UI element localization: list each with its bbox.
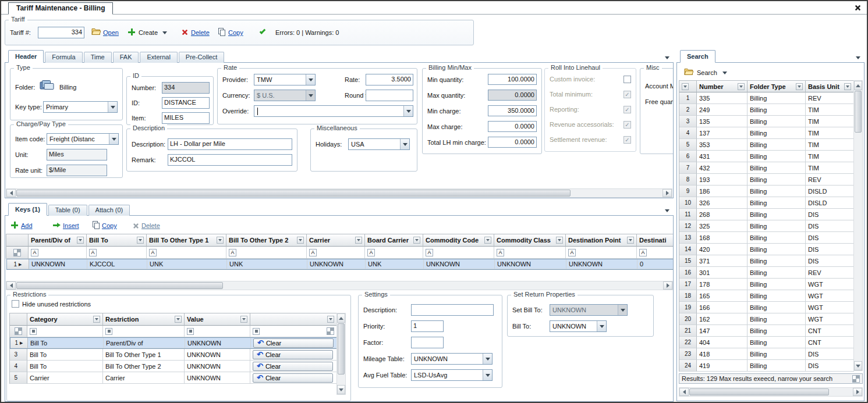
- corner-cell[interactable]: [679, 81, 697, 92]
- window-tab[interactable]: Tariff Maintenance - Billing: [8, 2, 113, 15]
- number-cell[interactable]: 162: [697, 313, 747, 325]
- basis-unit-cell[interactable]: DIS: [806, 244, 854, 255]
- row-header[interactable]: 13: [679, 232, 697, 244]
- number-cell[interactable]: 325: [697, 220, 747, 232]
- column-header[interactable]: Restriction: [103, 313, 185, 326]
- search-button[interactable]: Search: [697, 69, 717, 76]
- folder-type-cell[interactable]: Billing: [747, 151, 806, 162]
- filter-cell[interactable]: A: [87, 247, 147, 259]
- search-horizontal-scrollbar[interactable]: [679, 387, 863, 397]
- row-header[interactable]: 16: [679, 267, 697, 279]
- filter-cell[interactable]: A: [365, 247, 423, 259]
- detail-tab[interactable]: Table (0): [48, 205, 87, 216]
- basis-unit-cell[interactable]: WGT: [806, 302, 854, 313]
- priority-field[interactable]: 1: [411, 320, 444, 332]
- row-header[interactable]: 5: [679, 139, 697, 151]
- clear-button[interactable]: ↶Clear: [253, 373, 333, 383]
- folder-type-cell[interactable]: Billing: [747, 116, 806, 127]
- search-result-row[interactable]: 22 404 Billing CNT: [679, 337, 853, 348]
- basis-unit-cell[interactable]: WGT: [806, 313, 854, 325]
- basis-unit-cell[interactable]: DISLD: [806, 186, 854, 197]
- row-header[interactable]: 9: [679, 186, 697, 197]
- basis-unit-cell[interactable]: DIS: [806, 209, 854, 220]
- clear-button[interactable]: ↶Clear: [253, 350, 333, 359]
- row-header[interactable]: 7: [679, 162, 697, 174]
- filter-box-icon[interactable]: [105, 328, 112, 335]
- grid-cell[interactable]: UNK: [366, 259, 424, 269]
- id-field[interactable]: DISTANCE: [162, 97, 210, 109]
- search-result-row[interactable]: 15 371 Billing DIS: [679, 255, 853, 267]
- scroll-left-icon[interactable]: [6, 281, 16, 290]
- row-header[interactable]: 12: [679, 220, 697, 232]
- row-header[interactable]: 1▶: [10, 338, 28, 348]
- column-header[interactable]: Bill To Other Type 1: [147, 234, 226, 247]
- basis-unit-cell[interactable]: DIS: [806, 220, 854, 232]
- scroll-up-icon[interactable]: [337, 313, 345, 323]
- row-header[interactable]: 5▶: [10, 372, 27, 384]
- value-cell[interactable]: UNKNOWN: [185, 349, 250, 361]
- filter-cell[interactable]: A: [307, 247, 365, 259]
- override-combobox[interactable]: [254, 105, 413, 117]
- row-header[interactable]: 1: [679, 92, 697, 104]
- scroll-right-icon[interactable]: [853, 388, 862, 396]
- row-header[interactable]: 21: [679, 325, 697, 337]
- key-type-select[interactable]: Primary: [43, 101, 118, 113]
- checkbox[interactable]: ✓: [623, 91, 631, 98]
- row-header[interactable]: 11: [679, 209, 697, 220]
- grid-cell[interactable]: UNK: [227, 259, 307, 269]
- filter-a-button[interactable]: A: [89, 249, 97, 256]
- basis-unit-cell[interactable]: REV: [806, 92, 854, 104]
- folder-type-cell[interactable]: Billing: [747, 232, 806, 244]
- number-cell[interactable]: 168: [697, 232, 747, 244]
- row-header[interactable]: 8: [679, 174, 697, 186]
- copy-button[interactable]: Copy: [228, 29, 243, 36]
- search-result-row[interactable]: 21 147 Billing CNT: [679, 325, 853, 337]
- number-cell[interactable]: 404: [697, 337, 747, 348]
- restriction-cell[interactable]: Bill To Other Type 1: [103, 349, 185, 361]
- basis-unit-cell[interactable]: TIM: [806, 139, 854, 151]
- filter-icon[interactable]: [413, 237, 420, 244]
- category-cell[interactable]: Carrier: [27, 372, 103, 384]
- row-header[interactable]: 3▶: [10, 349, 27, 361]
- checkbox[interactable]: ✓: [623, 106, 631, 113]
- folder-type-cell[interactable]: Billing: [747, 313, 806, 325]
- filter-cell[interactable]: A: [566, 247, 637, 259]
- folder-type-cell[interactable]: Billing: [747, 92, 806, 104]
- search-tabs-chevron-icon[interactable]: [853, 54, 862, 62]
- scrollbar-thumb[interactable]: [855, 91, 862, 133]
- filter-icon[interactable]: [297, 237, 304, 244]
- column-header[interactable]: Commodity Code: [423, 234, 494, 247]
- restriction-cell[interactable]: Bill To Other Type 2: [103, 361, 185, 372]
- row-header[interactable]: 14: [679, 244, 697, 255]
- grid-cell[interactable]: UNK: [147, 259, 227, 269]
- search-result-row[interactable]: 13 168 Billing DIS: [679, 232, 853, 244]
- number-cell[interactable]: 186: [697, 186, 747, 197]
- basis-unit-cell[interactable]: WGT: [806, 279, 854, 290]
- item-field[interactable]: MILES: [162, 112, 210, 124]
- basis-unit-cell[interactable]: REV: [806, 174, 854, 186]
- select-all-icon[interactable]: [13, 249, 21, 256]
- search-result-row[interactable]: 24 419 Billing DIS: [679, 360, 853, 372]
- column-header[interactable]: Basis Unit: [806, 81, 854, 92]
- grid-cell[interactable]: UNKNOWN: [566, 259, 637, 269]
- search-result-row[interactable]: 10 326 Billing DISLD: [679, 197, 853, 209]
- copy-rows-button[interactable]: Copy: [102, 222, 117, 229]
- number-cell[interactable]: 335: [697, 92, 747, 104]
- row-header[interactable]: 2: [679, 104, 697, 116]
- item-code-select[interactable]: Freight (Distanc: [47, 133, 119, 145]
- scroll-left-icon[interactable]: [6, 189, 16, 197]
- number-cell[interactable]: 353: [697, 139, 747, 151]
- detail-tab[interactable]: Keys (1): [8, 203, 47, 216]
- folder-type-cell[interactable]: Billing: [747, 197, 806, 209]
- folder-type-cell[interactable]: Billing: [747, 255, 806, 267]
- number-cell[interactable]: 432: [697, 162, 747, 174]
- open-button[interactable]: Open: [103, 29, 119, 36]
- row-header[interactable]: 22: [679, 337, 697, 348]
- remark-field[interactable]: KJCCOL: [168, 154, 292, 166]
- basis-unit-cell[interactable]: TIM: [806, 162, 854, 174]
- filter-icon[interactable]: [217, 237, 224, 244]
- search-result-row[interactable]: 11 268 Billing DIS: [679, 209, 853, 220]
- scroll-down-icon[interactable]: [337, 385, 345, 394]
- scrollbar-thumb[interactable]: [689, 388, 829, 395]
- number-cell[interactable]: 326: [697, 197, 747, 209]
